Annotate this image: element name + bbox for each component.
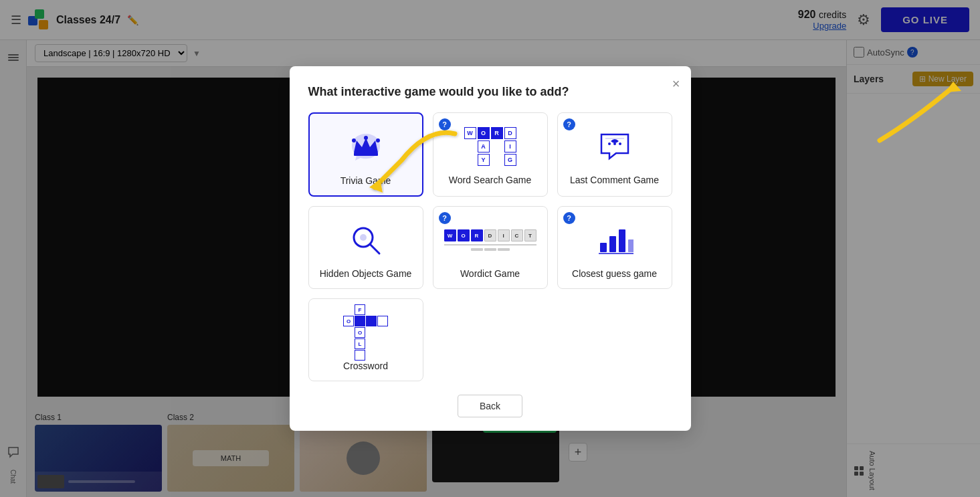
last-comment-label: Last Comment Game — [570, 175, 659, 185]
game-card-word-search[interactable]: ? W O R D A I — [433, 112, 548, 197]
trivia-icon — [347, 127, 385, 167]
svg-rect-21 — [609, 236, 616, 252]
last-comment-help-badge[interactable]: ? — [563, 118, 575, 130]
modal-overlay[interactable]: What interactive game would you like to … — [0, 0, 980, 497]
svg-rect-23 — [628, 239, 633, 252]
svg-point-11 — [352, 138, 356, 142]
arrow-annotation-new-layer — [860, 67, 980, 147]
game-grid: Trivia Game ? W O R D — [308, 112, 672, 381]
game-card-hidden-objects[interactable]: Hidden Objects Game — [308, 206, 423, 289]
game-card-crossword[interactable]: F O O L — [308, 298, 423, 381]
svg-point-12 — [364, 136, 368, 140]
svg-rect-10 — [354, 153, 378, 156]
modal-close-button[interactable]: × — [672, 77, 680, 90]
svg-rect-20 — [600, 243, 607, 252]
svg-line-18 — [370, 244, 379, 254]
word-search-help-badge[interactable]: ? — [439, 118, 451, 130]
game-card-last-comment[interactable]: ? Last Comment Game — [557, 112, 672, 197]
svg-point-16 — [619, 142, 621, 145]
trivia-label: Trivia Game — [340, 175, 391, 186]
wordict-label: Wordict Game — [460, 268, 520, 279]
closest-guess-help-badge[interactable]: ? — [563, 212, 575, 224]
game-selection-modal: What interactive game would you like to … — [290, 66, 691, 431]
game-card-trivia[interactable]: Trivia Game — [308, 112, 423, 197]
closest-guess-icon — [596, 220, 633, 260]
modal-title: What interactive game would you like to … — [308, 85, 672, 99]
svg-point-14 — [608, 142, 611, 145]
game-card-wordict[interactable]: ? W O R D I C T — [433, 206, 548, 289]
svg-marker-26 — [945, 82, 961, 92]
game-card-closest-guess[interactable]: ? Closest guess game — [557, 206, 672, 289]
svg-point-13 — [376, 138, 380, 142]
svg-point-19 — [360, 234, 367, 241]
word-search-label: Word Search Game — [449, 175, 531, 185]
svg-rect-22 — [619, 229, 625, 252]
wordict-help-badge[interactable]: ? — [439, 212, 451, 224]
last-comment-icon — [596, 126, 633, 167]
svg-point-15 — [613, 142, 616, 145]
word-search-icon: W O R D A I Y — [464, 126, 516, 167]
hidden-objects-label: Hidden Objects Game — [320, 268, 412, 279]
closest-guess-label: Closest guess game — [572, 268, 657, 279]
back-button[interactable]: Back — [458, 395, 522, 417]
modal-footer: Back — [308, 395, 672, 417]
hidden-objects-icon — [349, 220, 383, 260]
crossword-label: Crossword — [343, 361, 388, 371]
wordict-icon: W O R D I C T — [444, 220, 536, 260]
crossword-icon: F O O L — [343, 312, 388, 353]
